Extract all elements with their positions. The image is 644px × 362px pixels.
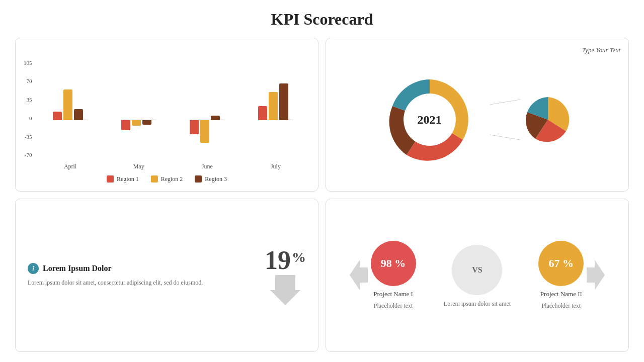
y-label-70: 70 [27, 78, 32, 84]
bar-july-2 [279, 83, 288, 120]
month-group-may: May [105, 61, 173, 170]
bar-june-1 [200, 120, 209, 143]
legend-color-region2 [151, 175, 158, 183]
connector-area [490, 92, 576, 147]
svg-line-0 [490, 100, 520, 105]
month-label-july: July [271, 163, 281, 170]
legend-region2: Region 2 [151, 175, 183, 183]
y-label-35: 35 [27, 97, 32, 103]
bars-area: AprilMayJuneJuly [36, 61, 310, 170]
project2-block: 67 % Project Name II Placeholder text [538, 241, 605, 310]
right-arrow-icon [587, 260, 605, 290]
y-label-neg70: -70 [25, 152, 32, 158]
bar-may-1 [132, 120, 141, 126]
project1-sub: Placeholder text [374, 302, 413, 310]
chart-legend: Region 1 Region 2 Region 3 [24, 175, 310, 183]
y-axis: 105 70 35 0 -35 -70 [24, 60, 36, 170]
donut-wrapper: 2021 [379, 69, 480, 170]
bar-april-2 [74, 109, 83, 120]
info-title: Lorem Ipsum Dolor [43, 264, 112, 273]
svg-line-1 [490, 135, 520, 140]
bar-july-0 [258, 106, 267, 120]
vs-arrows: VS [449, 242, 505, 298]
bar-april-0 [53, 112, 62, 120]
left-arrow-icon [350, 260, 368, 290]
project1-score: 98 % [371, 241, 416, 286]
comparison-card: 98 % Project Name I Placeholder text VS … [326, 199, 629, 352]
month-group-april: April [36, 61, 105, 170]
info-icon: i [28, 263, 39, 274]
donut-center-label: 2021 [418, 113, 442, 126]
y-label-105: 105 [24, 60, 32, 66]
month-label-june: June [202, 163, 213, 170]
vs-circle: VS [452, 245, 502, 295]
project1-name: Project Name I [373, 290, 413, 298]
info-value: 19 [265, 245, 291, 275]
donut-chart-card: Type Your Text 2021 [326, 38, 629, 192]
svg-marker-2 [270, 275, 300, 305]
down-arrow-icon [270, 275, 300, 305]
info-number: 19% [265, 245, 306, 275]
page-title: KPI Scorecard [271, 10, 373, 29]
bar-july-1 [269, 92, 278, 120]
vs-block: VS Lorem ipsum dolor sit amet [444, 242, 511, 308]
y-label-0: 0 [29, 115, 32, 121]
project2-sub: Placeholder text [542, 302, 581, 310]
dashboard: 105 70 35 0 -35 -70 AprilMayJuneJuly Reg… [15, 38, 629, 352]
legend-label-region3: Region 3 [205, 175, 227, 183]
month-group-july: July [242, 61, 310, 170]
bars-row-july [258, 61, 293, 160]
project2-info: 67 % Project Name II Placeholder text [538, 241, 584, 310]
connector-svg [490, 95, 520, 145]
vs-label: VS [472, 265, 482, 275]
legend-region3: Region 3 [195, 175, 227, 183]
legend-region1: Region 1 [107, 175, 139, 183]
legend-color-region3 [195, 175, 202, 183]
y-label-neg35: -35 [25, 134, 32, 140]
bars-row-april [53, 61, 88, 160]
project2-name: Project Name II [540, 290, 582, 298]
bar-chart-card: 105 70 35 0 -35 -70 AprilMayJuneJuly Reg… [15, 38, 318, 192]
info-left: i Lorem Ipsum Dolor Lorem ipsum dolor si… [28, 263, 255, 287]
bars-row-june [190, 61, 225, 160]
project1-block: 98 % Project Name I Placeholder text [350, 241, 416, 310]
bar-may-2 [142, 120, 151, 125]
info-card: i Lorem Ipsum Dolor Lorem ipsum dolor si… [15, 199, 318, 352]
bar-may-0 [121, 120, 130, 130]
legend-color-region1 [107, 175, 114, 183]
legend-label-region1: Region 1 [117, 175, 139, 183]
project1-info: 98 % Project Name I Placeholder text [371, 241, 416, 310]
bar-chart-container: 105 70 35 0 -35 -70 AprilMayJuneJuly Reg… [24, 46, 310, 183]
chart-area: 105 70 35 0 -35 -70 AprilMayJuneJuly [24, 46, 310, 170]
bar-june-2 [211, 116, 220, 120]
legend-label-region2: Region 2 [161, 175, 183, 183]
info-percent: % [292, 249, 306, 265]
bars-row-may [121, 61, 156, 160]
vs-text: Lorem ipsum dolor sit amet [444, 300, 511, 308]
project2-score: 67 % [538, 241, 584, 286]
info-title-row: i Lorem Ipsum Dolor [28, 263, 255, 274]
bar-june-0 [190, 120, 199, 134]
month-label-april: April [64, 163, 76, 170]
donut-area: 2021 [334, 69, 620, 170]
month-label-may: May [133, 163, 144, 170]
bar-april-1 [63, 89, 72, 121]
donut-type-text: Type Your Text [582, 46, 620, 54]
info-number-arrow: 19% [265, 245, 306, 305]
month-group-june: June [173, 61, 242, 170]
pie-small-svg [520, 92, 576, 147]
info-desc: Lorem ipsum dolor sit amet, consectetur … [28, 278, 255, 287]
svg-marker-4 [587, 260, 605, 290]
svg-marker-3 [350, 260, 368, 290]
